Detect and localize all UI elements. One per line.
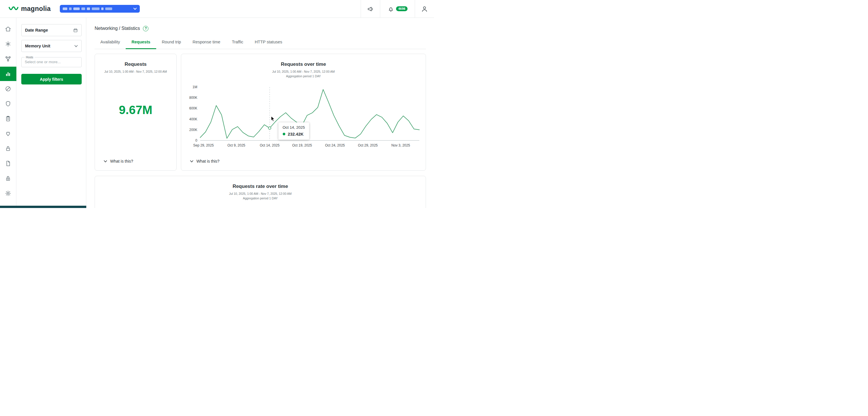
nodes-icon: [5, 56, 11, 62]
account-button[interactable]: [415, 0, 434, 18]
rail-item-security[interactable]: [0, 97, 17, 111]
svg-text:0: 0: [195, 138, 197, 142]
clipboard-icon: [5, 115, 11, 122]
statistics-tabs: Availability Requests Round trip Respons…: [95, 40, 426, 49]
blocked-circle-icon: [5, 85, 11, 92]
masked-text-block: [73, 7, 80, 10]
tab-response-time[interactable]: Response time: [187, 40, 226, 49]
notifications-button[interactable]: 4698: [380, 0, 415, 18]
chart-bars-icon: [5, 71, 11, 77]
rail-item-integrations[interactable]: [0, 52, 17, 66]
apply-filters-button[interactable]: Apply filters: [21, 74, 82, 84]
user-icon: [421, 5, 428, 13]
document-icon: [5, 160, 11, 167]
breadcrumb: Networking / Statistics: [95, 26, 140, 31]
svg-text:Nov 3, 2025: Nov 3, 2025: [392, 143, 410, 147]
svg-text:400K: 400K: [189, 117, 197, 121]
sidebar-footer-strip: [0, 206, 86, 208]
card-aggregation: Aggregation period 1 DAY: [181, 74, 426, 78]
chevron-down-icon: [103, 160, 107, 163]
logo-text: magnolia: [21, 5, 51, 13]
app-header: magnolia 469: [0, 0, 434, 18]
what-is-this-toggle[interactable]: What is this?: [103, 159, 133, 164]
date-range-label: Date Range: [25, 28, 48, 32]
memory-unit-select[interactable]: Memory Unit: [21, 40, 82, 52]
asterisk-icon: [5, 41, 11, 47]
svg-text:Sep 29, 2025: Sep 29, 2025: [193, 143, 214, 147]
rail-item-statistics-active[interactable]: [0, 67, 17, 81]
padlock-keyhole-icon: [5, 175, 11, 181]
notifications-count-badge: 4698: [396, 6, 407, 11]
calendar-icon: [73, 28, 78, 33]
card-title: Requests rate over time: [95, 183, 426, 189]
memory-unit-label: Memory Unit: [25, 44, 50, 48]
requests-rate-card: Requests rate over time Jul 10, 2025, 1:…: [95, 176, 426, 208]
padlock-icon: [5, 145, 11, 152]
tab-requests[interactable]: Requests: [126, 40, 156, 49]
tab-availability[interactable]: Availability: [95, 40, 126, 49]
masked-text-block: [87, 7, 90, 10]
card-title: Requests over time: [181, 62, 426, 67]
what-is-this-label: What is this?: [110, 159, 133, 164]
card-title: Requests: [95, 62, 176, 67]
masked-text-block: [63, 7, 67, 10]
date-range-select[interactable]: Date Range: [21, 24, 82, 36]
rail-item-monitors[interactable]: [0, 81, 17, 96]
shield-icon: [5, 101, 11, 107]
tab-http-statuses[interactable]: HTTP statuses: [249, 40, 288, 49]
masked-text-block: [92, 7, 99, 10]
filters-sidebar: Date Range Memory Unit Hosts Apply filte…: [17, 18, 86, 208]
svg-text:200K: 200K: [189, 128, 197, 132]
card-date-range: Jul 10, 2025, 1:00 AM - Nov 7, 2025, 12:…: [95, 70, 176, 73]
rail-item-documents[interactable]: [0, 156, 17, 171]
svg-text:Oct 14, 2025: Oct 14, 2025: [260, 143, 280, 147]
help-icon[interactable]: ?: [143, 26, 148, 31]
magnolia-wave-icon: [9, 5, 19, 13]
svg-text:Oct 24, 2025: Oct 24, 2025: [325, 143, 345, 147]
card-date-range: Jul 10, 2025, 1:00 AM - Nov 7, 2025, 12:…: [181, 70, 426, 73]
hosts-field: Hosts: [21, 56, 82, 67]
svg-text:600K: 600K: [189, 106, 197, 110]
rail-item-automations[interactable]: [0, 37, 17, 51]
home-icon: [5, 26, 11, 32]
rail-item-health[interactable]: [0, 127, 17, 141]
chevron-down-icon: [133, 7, 137, 10]
rail-item-privacy[interactable]: [0, 171, 17, 185]
rail-item-home[interactable]: [0, 22, 17, 36]
tab-round-trip[interactable]: Round trip: [156, 40, 187, 49]
svg-text:Oct 29, 2025: Oct 29, 2025: [358, 143, 378, 147]
card-date-range: Jul 10, 2025, 1:00 AM - Nov 7, 2025, 12:…: [95, 192, 426, 195]
tab-traffic[interactable]: Traffic: [226, 40, 249, 49]
workspace-select[interactable]: [60, 5, 140, 13]
what-is-this-toggle[interactable]: What is this?: [190, 159, 219, 164]
requests-total-value: 9.67M: [95, 103, 176, 117]
rail-item-settings[interactable]: [0, 186, 17, 201]
svg-text:1M: 1M: [192, 85, 197, 89]
masked-text-block: [101, 7, 103, 10]
bell-icon: [388, 5, 394, 12]
requests-over-time-chart[interactable]: 0200K400K600K800K1MSep 29, 2025Oct 9, 20…: [182, 81, 425, 151]
megaphone-icon: [367, 5, 374, 12]
hosts-input[interactable]: [25, 60, 78, 64]
what-is-this-label: What is this?: [196, 159, 219, 164]
app-rail: [0, 18, 17, 208]
svg-text:800K: 800K: [189, 96, 197, 100]
masked-text-block: [105, 7, 112, 10]
svg-text:Oct 9, 2025: Oct 9, 2025: [227, 143, 245, 147]
main-content: Networking / Statistics ? Availability R…: [87, 18, 434, 208]
masked-text-block: [82, 7, 85, 10]
header-actions: 4698: [361, 0, 434, 18]
requests-over-time-card: Requests over time Jul 10, 2025, 1:00 AM…: [181, 54, 426, 171]
chevron-down-icon: [190, 160, 193, 163]
magnolia-logo[interactable]: magnolia: [9, 5, 51, 13]
chevron-down-icon: [74, 45, 78, 47]
card-aggregation: Aggregation period 1 DAY: [95, 197, 426, 200]
heart-icon: [5, 131, 11, 137]
gear-icon: [5, 190, 11, 197]
rail-item-reports[interactable]: [0, 111, 17, 126]
announcements-button[interactable]: [361, 0, 380, 18]
rail-item-access[interactable]: [0, 141, 17, 156]
masked-text-block: [69, 7, 72, 10]
svg-text:Oct 19, 2025: Oct 19, 2025: [292, 143, 312, 147]
requests-total-card: Requests Jul 10, 2025, 1:00 AM - Nov 7, …: [95, 54, 177, 171]
